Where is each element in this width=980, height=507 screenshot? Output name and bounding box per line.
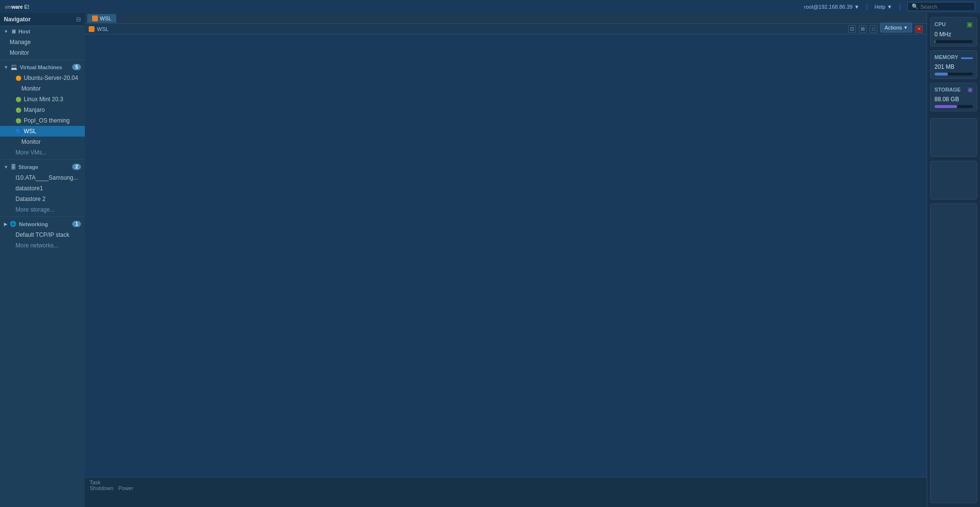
sidebar-group-host[interactable]: ▼ 🖥 Host [0,26,85,37]
wsl-monitor-label: Monitor [21,138,41,145]
sidebar-title: Navigator [4,16,31,23]
wsl-window-bar: WSL ⊡ ⊞ □ Actions ▼ ✕ [85,24,927,34]
more-storage-label: More storage... [16,206,55,213]
chevron-down-icon-2: ▼ [4,65,8,70]
window-tab-bar: WSL [85,13,927,24]
svg-text:ware: ware [11,4,23,10]
main-layout: Navigator ⊟ ▼ 🖥 Host Manage Monitor ▼ 💻 … [0,13,980,507]
storage-badge: 2 [72,164,81,170]
shutdown-label: Shutdown [90,485,113,491]
storage-icon: ▣ [967,86,973,93]
window-tab-wsl[interactable]: WSL [87,14,116,23]
maximize-btn[interactable]: □ [869,25,877,33]
host-icon: 🖥 [11,29,16,34]
panel-placeholder-1 [930,118,977,157]
vm-linuxmint-icon: 🟢 [16,97,21,102]
ubuntu-label: Ubuntu-Server-20.04 [24,75,78,81]
sidebar-item-manjaro[interactable]: 🟢 Manjaro [0,105,85,115]
top-bar-right: root@192.168.86.39 ▼ | Help ▼ | 🔍 [804,2,975,11]
top-bar: vm ware ESXi root@192.168.86.39 ▼ | Help… [0,0,980,13]
bottom-status-row: Task [90,479,922,485]
default-tcp-label: Default TCP/IP stack [16,231,69,238]
vm-wsl-icon: 🔵 [16,129,21,134]
vm-icon: 💻 [11,64,17,70]
wsl-label: WSL [24,128,36,135]
panel-placeholder-2 [930,161,977,200]
help-link[interactable]: Help ▼ [874,4,892,10]
restore-btn[interactable]: ⊡ [848,25,856,33]
search-icon: 🔍 [912,3,918,10]
mem-bar [934,73,948,76]
sidebar-item-linuxmint[interactable]: 🟢 Linux Mint 20.3 [0,94,85,105]
bottom-status-area: Task Shutdown Power [85,477,927,507]
sidebar-group-networking[interactable]: ▶ 🌐 Networking 1 [0,218,85,230]
mem-value: 201 MB [934,63,954,70]
more-networks-label: More networks... [16,242,59,249]
wsl-win-icon [89,26,95,32]
chevron-down-icon-3: ▼ [4,165,8,169]
vm-ubuntu-icon: 🟠 [16,76,21,81]
sidebar-host-label: Host [18,29,30,34]
search-input[interactable] [920,4,969,10]
sidebar-item-more-networks[interactable]: More networks... [0,240,85,251]
actions-chevron: ▼ [903,25,908,30]
sidebar-storage-label: Storage [18,164,38,170]
tile-btn[interactable]: ⊞ [859,25,867,33]
sidebar-item-popos[interactable]: 🟢 PopI_OS theming [0,115,85,126]
storage-icon: 🗄 [11,164,16,170]
sidebar-item-ata[interactable]: I10.ATA____Samsung... [0,172,85,183]
sidebar-item-more-vms[interactable]: More VMs... [0,147,85,158]
wsl-title-label: WSL [97,26,109,32]
sidebar-item-wsl-monitor[interactable]: Monitor [0,137,85,147]
datastore2-label: Datastore 2 [16,196,46,202]
monitor-label: Monitor [10,49,29,56]
more-vms-label: More VMs... [16,149,47,156]
mem-icon: ▬▬ [961,54,973,61]
top-search[interactable]: 🔍 [907,2,975,11]
cpu-bar [934,40,935,43]
actions-label: Actions [885,25,902,31]
actions-button[interactable]: Actions ▼ [880,23,912,32]
cpu-label: CPU [934,21,946,27]
panel-placeholder-3 [930,203,977,503]
wsl-window-title: WSL [89,26,109,32]
mem-stat-header: MEMORY ▬▬ [934,54,973,61]
sidebar-item-monitor[interactable]: Monitor [0,47,85,58]
divider-2 [0,159,85,160]
content-area: WSL WSL ⊡ ⊞ □ Actions ▼ ✕ [85,13,927,507]
linuxmint-label: Linux Mint 20.3 [24,96,63,103]
sidebar: Navigator ⊟ ▼ 🖥 Host Manage Monitor ▼ 💻 … [0,13,85,507]
sidebar-item-datastore2[interactable]: Datastore 2 [0,194,85,204]
sidebar-item-ubuntu[interactable]: 🟠 Ubuntu-Server-20.04 [0,73,85,83]
close-btn[interactable]: ✕ [915,25,923,33]
sidebar-group-vms[interactable]: ▼ 💻 Virtual Machines 5 [0,61,85,73]
datastore1-label: datastore1 [16,185,43,192]
manage-label: Manage [10,39,31,46]
tab-wsl-icon [92,15,98,21]
storage-stat-card: STORAGE ▣ 88.08 GB [930,83,977,111]
sidebar-item-datastore1[interactable]: datastore1 [0,183,85,194]
sidebar-item-more-storage[interactable]: More storage... [0,204,85,215]
cpu-icon: ▣ [966,20,973,28]
sidebar-group-storage[interactable]: ▼ 🗄 Storage 2 [0,161,85,172]
sidebar-item-manage[interactable]: Manage [0,37,85,47]
storage-label: STORAGE [934,87,961,92]
storage-value: 88.08 GB [934,96,959,103]
vmware-logo-svg: vm ware ESXi [5,3,29,10]
tab-wsl-label: WSL [100,15,111,21]
networking-badge: 1 [72,221,81,227]
storage-bar [934,105,957,108]
sidebar-networking-label: Networking [19,221,48,227]
cpu-value: 0 MHz [934,31,951,38]
sidebar-collapse-icon[interactable]: ⊟ [76,16,81,23]
cpu-stat-card: CPU ▣ 0 MHz [930,17,977,46]
vm-manjaro-icon: 🟢 [16,108,21,113]
vmware-logo: vm ware ESXi [5,3,29,10]
sidebar-item-wsl[interactable]: 🔵 WSL [0,126,85,137]
sidebar-item-ubuntu-monitor[interactable]: Monitor [0,83,85,94]
sidebar-vms-label: Virtual Machines [20,64,62,70]
ubuntu-monitor-label: Monitor [21,85,41,92]
right-panel: CPU ▣ 0 MHz MEMORY ▬▬ 201 MB STORAGE ▣ [927,13,980,507]
sidebar-item-default-tcp[interactable]: Default TCP/IP stack [0,230,85,240]
user-info[interactable]: root@192.168.86.39 ▼ [804,4,859,10]
